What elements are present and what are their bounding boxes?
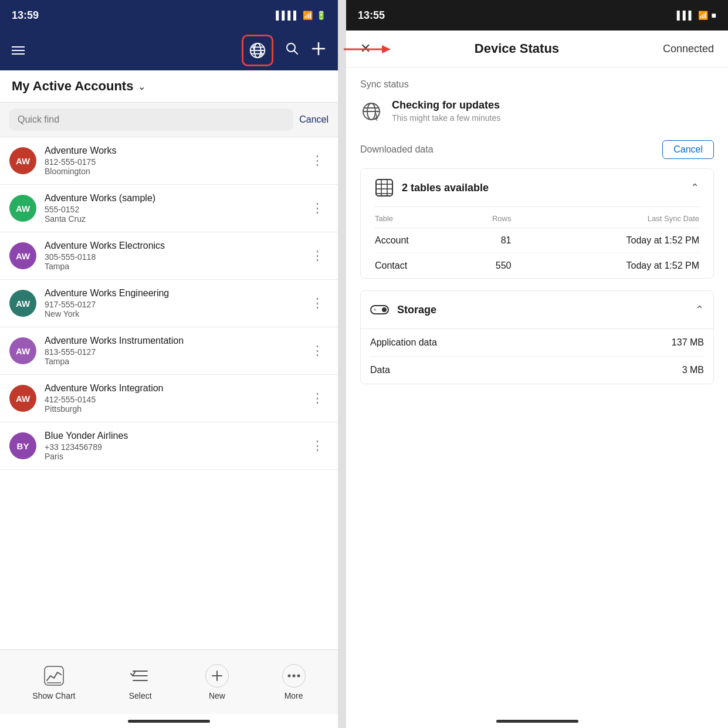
home-indicator-left (0, 714, 338, 728)
top-nav (0, 31, 338, 70)
sync-text: Checking for updates This might take a f… (392, 99, 500, 123)
cancel-download-button[interactable]: Cancel (662, 140, 714, 159)
col-sync-date: Last Sync Date (511, 207, 699, 228)
col-table: Table (375, 207, 462, 228)
account-name: Adventure Works (sample) (45, 193, 298, 204)
table-row: Account 81 Today at 1:52 PM (375, 228, 699, 253)
cancel-search-button[interactable]: Cancel (299, 114, 329, 125)
account-city: New York (45, 309, 298, 319)
table-cell-name: Contact (375, 253, 462, 279)
storage-section: Storage ⌃ Application data 137 MB Data 3… (360, 290, 714, 384)
account-city: Bloomington (45, 167, 298, 176)
hamburger-button[interactable] (12, 46, 25, 55)
table-cell-rows: 550 (462, 253, 512, 279)
storage-row-value: 137 MB (672, 337, 704, 348)
table-cell-name: Account (375, 228, 462, 253)
svg-point-33 (374, 309, 376, 311)
account-item[interactable]: BY Blue Yonder Airlines +33 123456789 Pa… (0, 422, 338, 470)
search-input[interactable] (9, 109, 293, 131)
account-info: Adventure Works Integration 412-555-0145… (45, 383, 298, 414)
svg-rect-11 (45, 666, 63, 685)
tables-count: 2 tables available (402, 182, 489, 194)
account-item[interactable]: AW Adventure Works (sample) 555-0152 San… (0, 185, 338, 232)
account-item[interactable]: AW Adventure Works Instrumentation 813-5… (0, 327, 338, 375)
right-status-bar: 13:55 ▌▌▌ 📶 ■ (346, 0, 728, 31)
account-name: Blue Yonder Airlines (45, 431, 298, 441)
account-name: Adventure Works Instrumentation (45, 336, 298, 346)
more-options-button[interactable]: ⋮ (306, 388, 329, 408)
account-city: Tampa (45, 262, 298, 271)
globe-icon (249, 42, 266, 59)
show-chart-icon (42, 664, 66, 688)
globe-button[interactable] (242, 35, 273, 66)
search-button[interactable] (285, 42, 299, 59)
nav-icons (242, 35, 326, 66)
account-name: Adventure Works Electronics (45, 241, 298, 251)
account-phone: 812-555-0175 (45, 157, 298, 167)
account-info: Adventure Works Instrumentation 813-555-… (45, 336, 298, 366)
tab-new[interactable]: New (196, 659, 238, 705)
page-title: My Active Accounts (12, 79, 133, 94)
storage-row-label: Data (370, 365, 390, 375)
avatar: AW (9, 385, 36, 412)
storage-chevron-icon[interactable]: ⌃ (695, 303, 704, 316)
account-city: Pittsburgh (45, 404, 298, 414)
downloaded-section: Downloaded data Cancel (346, 128, 728, 168)
svg-point-19 (292, 674, 295, 677)
storage-header-left: Storage (370, 300, 436, 319)
storage-rows: Application data 137 MB Data 3 MB (361, 329, 713, 384)
battery-icon: 🔋 (316, 11, 326, 20)
tab-select[interactable]: Select (119, 659, 161, 705)
avatar: AW (9, 242, 36, 269)
account-name: Adventure Works Engineering (45, 288, 298, 299)
right-panel: 13:55 ▌▌▌ 📶 ■ ✕ Device Status Connected … (346, 0, 728, 728)
account-item[interactable]: AW Adventure Works 812-555-0175 Blooming… (0, 137, 338, 185)
chevron-down-icon[interactable]: ⌄ (138, 81, 145, 92)
more-options-button[interactable]: ⋮ (306, 151, 329, 171)
data-table: Table Rows Last Sync Date Account 81 Tod… (375, 207, 699, 278)
account-info: Adventure Works (sample) 555-0152 Santa … (45, 193, 298, 224)
sync-status-row: Checking for updates This might take a f… (360, 99, 714, 123)
svg-marker-10 (382, 45, 391, 53)
account-item[interactable]: AW Adventure Works Engineering 917-555-0… (0, 280, 338, 327)
svg-point-18 (287, 674, 290, 677)
downloaded-header: Downloaded data Cancel (360, 140, 714, 159)
bottom-tabs: Show Chart Select (0, 649, 338, 714)
right-battery-icon: ■ (712, 11, 716, 20)
account-phone: 412-555-0145 (45, 395, 298, 404)
storage-row-item: Application data 137 MB (370, 329, 704, 357)
storage-header: Storage ⌃ (361, 291, 713, 329)
more-options-button[interactable]: ⋮ (306, 341, 329, 361)
tab-more[interactable]: More (273, 659, 315, 705)
account-city: Paris (45, 452, 298, 461)
more-options-button[interactable]: ⋮ (306, 246, 329, 266)
tables-header: 2 tables available ⌃ (375, 169, 699, 207)
avatar: AW (9, 147, 36, 174)
more-options-button[interactable]: ⋮ (306, 293, 329, 313)
new-label: New (209, 691, 225, 700)
left-status-time: 13:59 (12, 9, 39, 22)
storage-row-value: 3 MB (682, 365, 704, 375)
more-options-button[interactable]: ⋮ (306, 436, 329, 456)
account-phone: 305-555-0118 (45, 252, 298, 262)
add-button[interactable] (311, 41, 326, 60)
account-info: Adventure Works Engineering 917-555-0127… (45, 288, 298, 319)
table-cell-sync-date: Today at 1:52 PM (511, 253, 699, 279)
storage-row-label: Application data (370, 337, 437, 348)
tab-show-chart[interactable]: Show Chart (23, 659, 84, 705)
sync-section-title: Sync status (360, 79, 714, 90)
tables-section: 2 tables available ⌃ Table Rows Last Syn… (360, 168, 714, 279)
device-status-title: Device Status (475, 41, 559, 56)
downloaded-title: Downloaded data (360, 144, 434, 155)
account-phone: 813-555-0127 (45, 347, 298, 357)
avatar: BY (9, 432, 36, 459)
right-status-time: 13:55 (358, 9, 385, 22)
sync-checking-title: Checking for updates (392, 99, 500, 111)
new-icon (205, 664, 229, 688)
device-status-header: ✕ Device Status Connected (346, 31, 728, 67)
account-item[interactable]: AW Adventure Works Integration 412-555-0… (0, 375, 338, 422)
account-item[interactable]: AW Adventure Works Electronics 305-555-0… (0, 232, 338, 280)
more-options-button[interactable]: ⋮ (306, 198, 329, 218)
chevron-up-icon[interactable]: ⌃ (690, 181, 699, 194)
plus-icon (311, 41, 326, 56)
